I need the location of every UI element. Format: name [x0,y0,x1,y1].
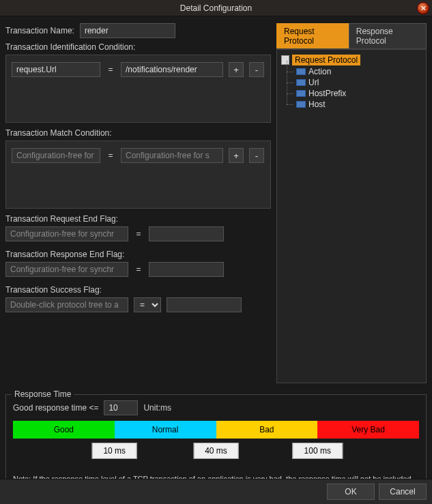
identification-box: = + - [5,55,271,123]
bar-good: Good [13,421,115,439]
field-icon [296,68,306,75]
response-end-left-input[interactable] [5,262,128,277]
ident-left-input[interactable] [12,62,100,77]
protocol-tabs: Request Protocol Response Protocol [276,23,427,49]
field-icon [296,79,306,86]
close-button[interactable]: ✕ [417,2,429,14]
success-label: Transaction Success Flag: [5,285,271,295]
cancel-button[interactable]: Cancel [379,484,427,500]
match-add-button[interactable]: + [229,148,244,163]
titlebar: Detail Configuration ✕ [0,0,432,16]
match-box: = + - [5,140,271,209]
threshold-3[interactable]: 100 ms [293,443,343,459]
field-icon [296,90,306,97]
footer: OK Cancel [0,479,432,504]
match-right-input[interactable] [121,148,223,163]
response-time-bar: Good Normal Bad Very Bad [13,421,419,439]
tree-root[interactable]: Request Protocol [280,54,423,66]
ident-add-button[interactable]: + [229,62,244,77]
window-title: Detail Configuration [180,3,252,13]
success-right-input[interactable] [167,297,242,312]
request-end-left-input[interactable] [5,226,128,241]
tree-item-host[interactable]: Host [295,99,423,110]
field-icon [296,101,306,108]
equals-sign: = [134,229,143,239]
response-end-right-input[interactable] [149,262,224,277]
protocol-tree: Request Protocol Action Url HostPrefix H… [276,49,427,383]
threshold-row: 10 ms 40 ms 100 ms [13,443,419,463]
equals-sign: = [106,151,115,160]
request-end-right-input[interactable] [149,226,224,241]
tree-item-url[interactable]: Url [295,77,423,88]
bar-bad: Bad [216,421,318,439]
ok-button[interactable]: OK [327,484,375,500]
match-left-input[interactable] [12,148,100,163]
good-response-input[interactable] [104,400,138,415]
close-icon: ✕ [420,4,427,13]
equals-sign: = [134,265,143,274]
match-remove-button[interactable]: - [249,148,264,163]
tree-item-hostprefix[interactable]: HostPrefix [295,88,423,99]
ident-remove-button[interactable]: - [249,62,264,77]
document-icon [281,55,289,65]
bar-normal: Normal [115,421,216,439]
tree-item-action[interactable]: Action [295,66,423,77]
match-label: Transaction Match Condition: [5,128,271,138]
transaction-name-label: Transaction Name: [5,26,74,35]
request-end-label: Transaction Request End Flag: [5,214,271,224]
unit-label: Unit:ms [143,403,171,413]
threshold-1[interactable]: 10 ms [91,443,137,459]
threshold-2[interactable]: 40 ms [193,443,239,459]
response-end-label: Transaction Response End Flag: [5,250,271,259]
identification-label: Transaction Identification Condition: [5,42,271,52]
ident-right-input[interactable] [121,62,223,77]
success-left-input[interactable] [5,297,128,312]
bar-very-bad: Very Bad [317,421,419,439]
transaction-name-input[interactable] [80,23,175,38]
equals-sign: = [106,65,115,74]
tab-request-protocol[interactable]: Request Protocol [276,23,349,48]
good-response-label: Good response time <= [13,403,98,413]
response-time-legend: Response Time [12,389,74,399]
tab-response-protocol[interactable]: Response Protocol [349,23,427,48]
success-op-select[interactable]: = [134,297,161,312]
